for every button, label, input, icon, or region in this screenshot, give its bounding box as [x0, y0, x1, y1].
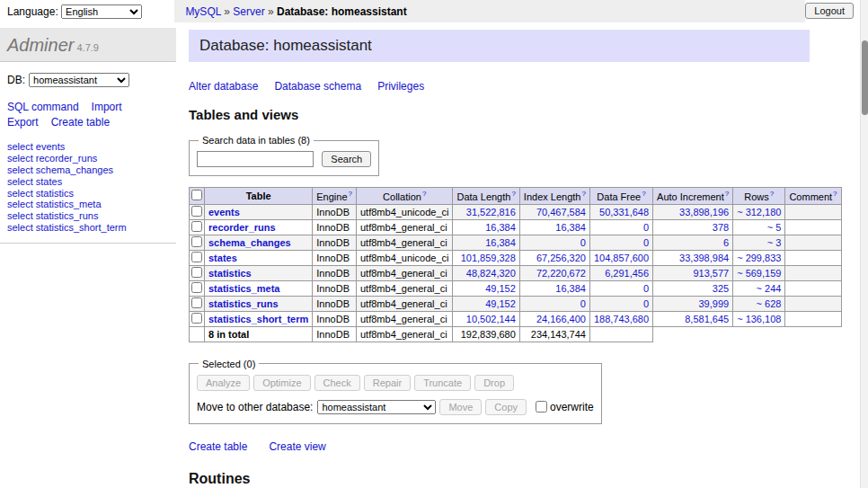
search-input[interactable]: [197, 151, 314, 167]
action-alter-database[interactable]: Alter database: [189, 80, 258, 93]
cell-rows-link[interactable]: ~ 3: [767, 237, 782, 248]
table-link-events[interactable]: events: [208, 207, 240, 217]
drop-button[interactable]: Drop: [474, 375, 514, 391]
help-link[interactable]: ?: [642, 190, 645, 198]
cell-rows-link[interactable]: ~ 299,833: [737, 253, 781, 263]
breadcrumb-link-mysql[interactable]: MySQL: [185, 5, 221, 18]
cell-index-length-link[interactable]: 24,166,400: [536, 314, 586, 324]
sidebar-link-sql-command[interactable]: SQL command: [7, 101, 79, 113]
link-create-table[interactable]: Create table: [189, 440, 247, 453]
analyze-button[interactable]: Analyze: [197, 375, 250, 391]
cell-data-free-link[interactable]: 104,857,600: [594, 253, 649, 263]
cell-index-length-link[interactable]: 16,384: [555, 283, 586, 294]
search-button[interactable]: Search: [322, 151, 371, 167]
sidebar-link-import[interactable]: Import: [92, 101, 122, 113]
cell-auto-increment-link[interactable]: 913,577: [693, 268, 729, 279]
link-create-view[interactable]: Create view: [269, 440, 325, 453]
adminer-logo-link[interactable]: Adminer: [7, 35, 74, 55]
action-database-schema[interactable]: Database schema: [274, 80, 361, 93]
sidebar-item-select-schema-changes[interactable]: select schema_changes: [7, 164, 176, 176]
copy-button[interactable]: Copy: [485, 399, 527, 415]
repair-button[interactable]: Repair: [364, 375, 411, 391]
logout-button[interactable]: Logout: [805, 3, 854, 19]
db-select[interactable]: homeassistant: [29, 73, 129, 87]
cell-auto-increment-link[interactable]: 378: [713, 222, 729, 233]
cell-data-length-link[interactable]: 101,859,328: [461, 253, 516, 263]
help-link[interactable]: ?: [725, 190, 729, 198]
cell-data-free-link[interactable]: 0: [643, 298, 649, 309]
sidebar-link-create-table[interactable]: Create table: [51, 116, 110, 129]
help-link[interactable]: ?: [581, 190, 585, 198]
table-link-statistics_short_term[interactable]: statistics_short_term: [208, 314, 308, 324]
cell-index-length-link[interactable]: 0: [580, 237, 586, 248]
row-checkbox-schema_changes[interactable]: [191, 236, 202, 247]
table-link-states[interactable]: states: [208, 253, 237, 263]
cell-data-length-link[interactable]: 48,824,320: [466, 268, 516, 279]
cell-data-length-link[interactable]: 16,384: [485, 222, 516, 233]
sidebar-item-select-events[interactable]: select events: [7, 141, 176, 153]
cell-auto-increment-link[interactable]: 8,581,645: [685, 314, 729, 324]
optimize-button[interactable]: Optimize: [253, 375, 310, 391]
cell-rows-link[interactable]: ~ 5: [767, 222, 782, 233]
cell-data-free-link[interactable]: 6,291,456: [605, 268, 649, 279]
language-select[interactable]: English: [61, 4, 142, 19]
row-checkbox-statistics_runs[interactable]: [191, 297, 202, 308]
overwrite-checkbox[interactable]: [536, 401, 547, 413]
cell-rows-link[interactable]: ~ 136,108: [737, 314, 781, 324]
cell-data-free-link[interactable]: 50,331,648: [599, 207, 649, 217]
help-link[interactable]: ?: [833, 190, 837, 198]
table-link-recorder_runs[interactable]: recorder_runs: [208, 222, 276, 233]
row-checkbox-states[interactable]: [191, 252, 202, 262]
sidebar-item-select-statistics[interactable]: select statistics: [7, 188, 176, 200]
sidebar-item-select-recorder-runs[interactable]: select recorder_runs: [7, 153, 176, 164]
select-all-checkbox[interactable]: [191, 190, 202, 200]
row-checkbox-recorder_runs[interactable]: [191, 221, 202, 232]
row-checkbox-statistics_short_term[interactable]: [191, 313, 202, 324]
cell-auto-increment-link[interactable]: 325: [713, 283, 729, 294]
table-link-statistics_meta[interactable]: statistics_meta: [208, 283, 280, 294]
cell-data-free-link[interactable]: 188,743,680: [594, 314, 649, 324]
cell-index-length-link[interactable]: 70,467,584: [536, 207, 586, 217]
action-privileges[interactable]: Privileges: [377, 80, 424, 93]
row-checkbox-events[interactable]: [191, 206, 202, 217]
cell-index-length-link[interactable]: 16,384: [555, 222, 586, 233]
cell-data-free-link[interactable]: 0: [643, 283, 649, 294]
move-db-select[interactable]: homeassistant: [317, 400, 436, 414]
vertical-scrollbar[interactable]: [860, 0, 868, 488]
cell-rows-link[interactable]: ~ 628: [757, 298, 782, 309]
help-link[interactable]: ?: [511, 190, 515, 198]
help-link[interactable]: ?: [349, 190, 352, 198]
help-link[interactable]: ?: [422, 190, 426, 198]
row-checkbox-statistics_meta[interactable]: [191, 282, 202, 293]
cell-data-length-link[interactable]: 31,522,816: [466, 207, 516, 217]
cell-data-free-link[interactable]: 0: [643, 237, 649, 248]
table-link-statistics[interactable]: statistics: [208, 268, 252, 279]
cell-data-length-link[interactable]: 10,502,144: [466, 314, 516, 324]
table-link-schema_changes[interactable]: schema_changes: [208, 237, 291, 248]
cell-rows-link[interactable]: ~ 569,159: [737, 268, 781, 279]
sidebar-item-select-statistics-short-term[interactable]: select statistics_short_term: [7, 222, 176, 234]
cell-auto-increment-link[interactable]: 33,898,196: [679, 207, 729, 217]
sidebar-item-select-statistics-runs[interactable]: select statistics_runs: [7, 210, 176, 222]
cell-data-length-link[interactable]: 49,152: [485, 298, 516, 309]
sidebar-item-select-states[interactable]: select states: [7, 176, 176, 188]
help-link[interactable]: ?: [770, 190, 774, 198]
cell-rows-link[interactable]: ~ 244: [757, 283, 782, 294]
sidebar-item-select-statistics-meta[interactable]: select statistics_meta: [7, 199, 176, 210]
check-button[interactable]: Check: [314, 375, 360, 391]
cell-auto-increment-link[interactable]: 33,398,984: [679, 253, 729, 263]
cell-data-free-link[interactable]: 0: [643, 222, 649, 233]
truncate-button[interactable]: Truncate: [414, 375, 471, 391]
cell-auto-increment-link[interactable]: 39,999: [699, 298, 730, 309]
sidebar-link-export[interactable]: Export: [7, 116, 39, 129]
cell-index-length-link[interactable]: 0: [580, 298, 586, 309]
breadcrumb-link-server[interactable]: Server: [233, 5, 264, 18]
cell-data-length-link[interactable]: 16,384: [485, 237, 516, 248]
cell-rows-link[interactable]: ~ 312,180: [737, 207, 781, 217]
cell-auto-increment-link[interactable]: 6: [723, 237, 729, 248]
cell-index-length-link[interactable]: 72,220,672: [536, 268, 586, 279]
move-button[interactable]: Move: [439, 399, 482, 415]
table-link-statistics_runs[interactable]: statistics_runs: [208, 298, 279, 309]
scrollbar-thumb[interactable]: [862, 40, 868, 115]
cell-index-length-link[interactable]: 67,256,320: [536, 253, 586, 263]
